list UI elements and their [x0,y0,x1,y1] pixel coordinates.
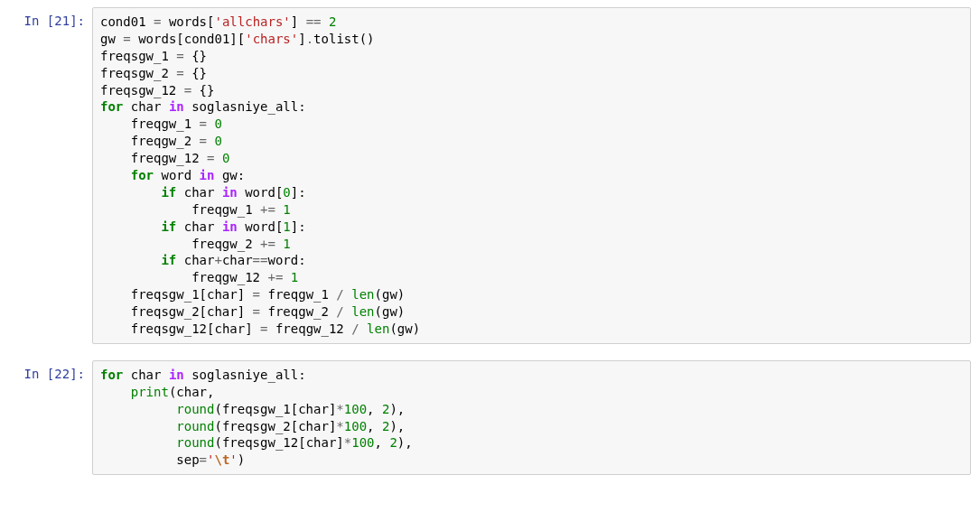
code-token: ( [214,419,221,433]
code-token [253,321,260,336]
code-token: words [169,14,207,29]
code-token [322,14,329,29]
notebook-area: In [21]:cond01 = words['allchars'] == 2 … [9,7,971,475]
code-token: freqgw_2 [131,134,191,148]
code-token [176,185,183,200]
code-token: tolist [313,32,359,46]
code-token: / [336,304,343,319]
code-token: ] [238,304,245,319]
code-token: 1 [283,237,290,251]
code-token: char [184,185,215,200]
code-token [100,237,191,251]
code-token: \t [214,452,229,467]
code-token: gw [382,304,397,319]
code-token: char [207,287,238,302]
input-prompt: In [22]: [9,360,92,475]
code-token: freqsgw_1 [100,49,169,63]
code-token: soglasniye_all [191,99,298,114]
code-token [298,14,305,29]
code-token [214,185,221,200]
code-token [100,168,131,182]
code-token: ]: [291,219,306,234]
code-token: : [298,368,305,382]
code-token [100,185,161,200]
code-token: 100 [344,419,367,433]
code-token: words [138,32,176,46]
code-token: += [260,202,275,217]
code-token: word [161,168,191,182]
code-token: freqgw_12 [275,321,344,336]
code-token: freqsgw_2 [131,304,200,319]
code-token: len [351,287,374,302]
code-token: = [253,304,260,319]
code-token: / [336,287,343,302]
code-token: round [176,435,214,450]
code-token: : [238,168,245,182]
code-token [344,287,351,302]
code-token: len [367,321,389,336]
code-token: soglasniye_all [191,368,298,382]
code-token: ) [238,452,245,467]
code-token: freqgw_1 [131,116,191,131]
code-token [176,219,183,234]
code-token [245,287,252,302]
code-token [214,151,221,165]
code-token [100,435,176,450]
code-token [253,237,260,251]
code-input-area[interactable]: cond01 = words['allchars'] == 2 gw = wor… [92,7,971,344]
code-token: ] [245,321,252,336]
code-token: ( [214,402,221,416]
input-prompt: In [21]: [9,7,92,344]
code-token: for [100,99,123,114]
code-token: round [176,402,214,416]
code-token: ] [238,287,245,302]
code-token: 'allchars' [214,14,290,29]
code-token: += [267,270,283,284]
code-content[interactable]: for char in soglasniye_all: print(char, … [100,367,963,469]
code-token: 100 [351,435,374,450]
code-token: == [253,253,268,267]
code-token: char [214,321,245,336]
code-token: freqsgw_12 [222,435,298,450]
code-token: freqsgw_12 [131,321,207,336]
code-token: 1 [291,270,298,284]
code-token: + [214,253,221,267]
code-token [238,185,245,200]
code-token [161,368,168,382]
code-cell[interactable]: In [22]:for char in soglasniye_all: prin… [9,360,971,475]
code-token: round [176,419,214,433]
code-token [100,134,131,148]
code-input-area[interactable]: for char in soglasniye_all: print(char, … [92,360,971,475]
code-token [100,452,176,467]
code-token: 100 [344,402,367,416]
code-token: word [245,219,275,234]
code-token [100,270,191,284]
code-token [344,321,351,336]
code-token [100,253,161,267]
code-content[interactable]: cond01 = words['allchars'] == 2 gw = wor… [100,14,963,338]
code-token: 2 [389,435,397,450]
code-token [191,83,199,98]
code-token: freqsgw_2 [100,66,169,80]
code-token: 0 [222,151,229,165]
code-token: in [222,185,238,200]
code-token: = [200,134,207,148]
code-token: ( [375,304,382,319]
code-token: freqgw_1 [267,287,328,302]
code-token: in [169,99,184,114]
code-token: 2 [329,14,336,29]
code-token [245,304,252,319]
code-token: len [351,304,374,319]
code-token [344,304,351,319]
code-token: freqsgw_1 [131,287,200,302]
code-token: = [200,452,207,467]
code-token: ), [389,402,405,416]
code-cell[interactable]: In [21]:cond01 = words['allchars'] == 2 … [9,7,971,344]
code-token: , [367,402,382,416]
code-token: [ [176,32,183,46]
code-token [100,304,131,319]
code-token: ] [336,435,343,450]
code-token [191,134,199,148]
code-token: ]: [291,185,306,200]
code-token: ( [389,321,397,336]
